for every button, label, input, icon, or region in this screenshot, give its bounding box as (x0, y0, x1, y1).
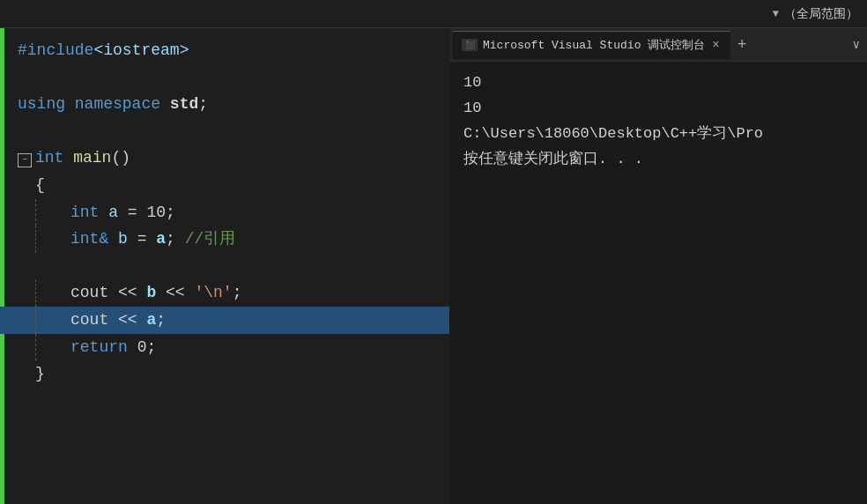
code-var-b-cout: b (146, 279, 156, 307)
code-main-parens: () (111, 145, 130, 172)
terminal-tab-close-button[interactable]: × (710, 38, 721, 52)
code-content: #include<iostream> using namespace std; … (0, 28, 449, 504)
terminal-output-line-4: 按任意键关闭此窗口. . . (463, 147, 853, 173)
code-keyword-using: using namespace (18, 91, 170, 118)
code-keyword-int-a: int (70, 199, 108, 226)
code-keyword-include: #include (18, 37, 93, 64)
code-line-blank4 (18, 253, 449, 280)
code-keyword-return: return (70, 334, 137, 361)
code-var-b: b (118, 226, 128, 253)
code-line-cout-b: cout << b << '\n'; (18, 279, 449, 307)
code-var-a-cout: a (146, 307, 156, 334)
code-semicolon1: ; (198, 91, 208, 118)
code-line-using: using namespace std; (18, 91, 449, 118)
code-keyword-int-b: int& (70, 226, 118, 253)
code-var-a: a (108, 199, 118, 226)
code-line-cout-a: cout << a; (0, 307, 449, 334)
terminal-add-tab-button[interactable]: + (732, 36, 752, 54)
terminal-output-line-3: C:\Users\18060\Desktop\C++学习\Pro (463, 122, 853, 147)
code-close-brace: } (35, 360, 45, 388)
indent-guide-1 (35, 199, 36, 226)
code-assign-b: = (128, 226, 156, 253)
code-open-brace: { (35, 172, 45, 199)
code-line-blank1 (18, 64, 449, 92)
top-bar: ▼ （全局范围） (0, 0, 867, 28)
scope-selector[interactable]: ▼ （全局范围） (773, 6, 858, 22)
main-area: #include<iostream> using namespace std; … (0, 28, 867, 504)
code-cout-b-op: << (156, 279, 194, 307)
code-line-return: return 0; (18, 334, 449, 361)
terminal-output-line-1: 10 (463, 70, 853, 96)
code-cout-a-semi: ; (156, 307, 166, 334)
code-line-blank2 (18, 118, 449, 145)
scope-label: （全局范围） (784, 6, 858, 22)
code-newline-char: '\n' (194, 279, 232, 307)
indent-guide-2 (35, 226, 36, 253)
terminal-output-line-2: 10 (463, 96, 853, 122)
terminal-pane: ⬛ Microsoft Visual Studio 调试控制台 × + ∨ 10… (449, 28, 867, 504)
code-semicolon-b: ; (166, 226, 185, 253)
code-line-close-brace: } (18, 360, 449, 388)
code-var-a-ref: a (156, 226, 166, 253)
code-cout-b-semi: ; (233, 279, 242, 307)
code-line-int-b: int& b = a; //引用 (18, 226, 449, 253)
indent-guide-4 (35, 307, 36, 334)
code-line-include: #include<iostream> (18, 37, 449, 64)
fold-icon[interactable]: − (18, 153, 32, 167)
indent-guide-3 (35, 279, 36, 307)
editor-pane: #include<iostream> using namespace std; … (0, 28, 449, 504)
code-include-path: <iostream> (93, 37, 189, 64)
code-line-main: − int main() (18, 145, 449, 172)
code-line-int-a: int a = 10; (18, 199, 449, 226)
indent-guide-5 (35, 334, 36, 361)
terminal-tab-label: Microsoft Visual Studio 调试控制台 (483, 37, 705, 53)
terminal-chevron-icon[interactable]: ∨ (849, 37, 863, 52)
code-cout-b-text: cout << (70, 279, 146, 307)
terminal-body: 10 10 C:\Users\18060\Desktop\C++学习\Pro 按… (449, 62, 867, 504)
code-keyword-int: int (35, 145, 73, 172)
code-comment-ref: //引用 (185, 226, 236, 253)
terminal-tab[interactable]: ⬛ Microsoft Visual Studio 调试控制台 × (453, 31, 730, 59)
code-assign-a: = 10; (118, 199, 175, 226)
terminal-tab-bar: ⬛ Microsoft Visual Studio 调试控制台 × + ∨ (449, 28, 867, 62)
code-func-main: main (73, 145, 111, 172)
code-std: std (170, 91, 198, 118)
code-cout-a-text: cout << (70, 307, 146, 334)
code-line-open-brace: { (18, 172, 449, 199)
dropdown-arrow-icon: ▼ (773, 8, 779, 20)
terminal-icon: ⬛ (462, 39, 478, 51)
code-return-val: 0; (137, 334, 157, 361)
